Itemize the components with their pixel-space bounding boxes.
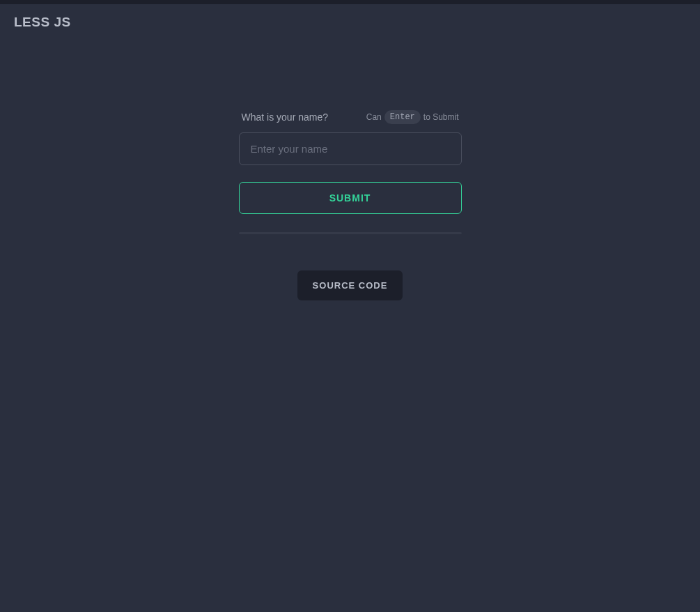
source-code-button[interactable]: SOURCE CODE — [297, 270, 403, 300]
submit-hint: Can Enter to Submit — [366, 110, 459, 124]
enter-key-badge: Enter — [384, 110, 421, 124]
submit-button[interactable]: SUBMIT — [239, 182, 462, 214]
brand-title: LESS JS — [14, 15, 686, 30]
question-label: What is your name? — [242, 112, 329, 123]
header: LESS JS — [0, 4, 700, 40]
form-card: What is your name? Can Enter to Submit S… — [239, 110, 462, 234]
hint-suffix: to Submit — [423, 112, 459, 122]
hint-prefix: Can — [366, 112, 382, 122]
label-row: What is your name? Can Enter to Submit — [239, 110, 462, 124]
main-container: What is your name? Can Enter to Submit S… — [0, 110, 700, 300]
name-input[interactable] — [239, 132, 462, 165]
divider — [239, 232, 462, 234]
